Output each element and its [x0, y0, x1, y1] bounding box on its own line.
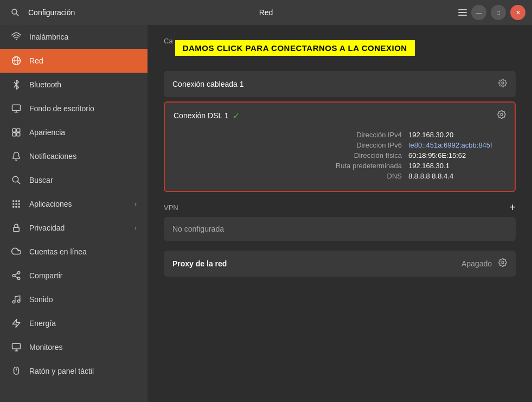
sidebar-item-apariencia[interactable]: Apariencia — [0, 120, 148, 144]
minimize-button[interactable]: — — [471, 5, 486, 20]
sidebar-item-raton[interactable]: Ratón y panel táctil — [0, 359, 148, 383]
titlebar: Configuración Red — □ ✕ — [0, 0, 532, 25]
sidebar-item-compartir[interactable]: Compartir — [0, 264, 148, 288]
svg-rect-24 — [12, 206, 14, 208]
svg-rect-3 — [458, 12, 467, 13]
dsl-header[interactable]: Conexión DSL 1 ✓ — [165, 103, 515, 129]
svg-rect-15 — [17, 133, 20, 136]
share-icon — [11, 270, 22, 281]
wired-connection-item[interactable]: Conexión cableada 1 — [164, 71, 516, 97]
wifi-icon — [11, 31, 22, 42]
svg-point-30 — [17, 277, 20, 280]
proxy-label: Proxy de la red — [172, 259, 462, 268]
lock-icon — [11, 222, 22, 233]
sidebar-item-buscar[interactable]: Buscar — [0, 168, 148, 192]
ipv4-value: 192.168.30.20 — [408, 131, 506, 139]
svg-rect-13 — [17, 129, 20, 132]
svg-point-34 — [17, 300, 20, 303]
connected-check-icon: ✓ — [233, 111, 240, 121]
vpn-add-button[interactable]: + — [509, 202, 516, 213]
apps-icon — [11, 199, 22, 209]
menu-button[interactable] — [454, 4, 471, 21]
dsl-row-ipv4: Dirección IPv4 192.168.30.20 — [174, 131, 506, 139]
sidebar-label-inalambrica: Inalámbrica — [29, 33, 137, 41]
svg-rect-14 — [12, 133, 16, 136]
sidebar-label-aplicaciones: Aplicaciones — [29, 200, 127, 208]
svg-rect-26 — [18, 206, 20, 208]
svg-rect-23 — [18, 203, 20, 205]
ipv4-label: Dirección IPv4 — [315, 131, 402, 139]
svg-rect-20 — [18, 200, 20, 202]
annotation-banner: DAMOS CLICK PARA CONECTARNOS A LA CONEXI… — [175, 40, 415, 56]
sidebar-item-red[interactable]: Red — [0, 49, 148, 73]
app-name: Configuración — [24, 8, 454, 17]
sidebar-item-aplicaciones[interactable]: Aplicaciones › — [0, 192, 148, 216]
svg-point-41 — [501, 113, 503, 116]
vpn-label: VPN — [164, 203, 509, 212]
vpn-header: VPN + — [164, 202, 516, 213]
monitor-icon — [11, 103, 22, 114]
svg-point-29 — [12, 275, 15, 277]
sidebar-label-fondo: Fondo de escritorio — [29, 104, 137, 113]
main-layout: Inalámbrica Red Bluetooth — [0, 25, 532, 402]
svg-rect-21 — [12, 203, 14, 205]
ipv6-value: fe80::451a:6992:acbb:845f — [408, 141, 506, 149]
sidebar-item-inalambrica[interactable]: Inalámbrica — [0, 25, 148, 49]
svg-rect-22 — [16, 203, 17, 205]
proxy-section: Proxy de la red Apagado — [164, 251, 516, 277]
sidebar-item-privacidad[interactable]: Privacidad › — [0, 216, 148, 240]
svg-point-5 — [16, 39, 17, 40]
svg-line-17 — [18, 182, 20, 184]
svg-line-31 — [15, 276, 17, 278]
proxy-item[interactable]: Proxy de la red Apagado — [164, 251, 516, 277]
sidebar-item-notificaciones[interactable]: Notificaciones — [0, 144, 148, 168]
close-button[interactable]: ✕ — [510, 5, 525, 20]
chevron-right-icon: › — [134, 200, 137, 208]
sidebar-item-energia[interactable]: Energía — [0, 311, 148, 335]
mac-value: 60:18:95:6E:15:62 — [408, 151, 506, 159]
sidebar-label-compartir: Compartir — [29, 271, 137, 280]
dsl-connection-box[interactable]: Conexión DSL 1 ✓ Dirección IPv4 192.168.… — [164, 101, 516, 192]
search-button[interactable] — [7, 4, 24, 21]
sidebar-item-monitores[interactable]: Monitores — [0, 335, 148, 359]
music-icon — [11, 294, 22, 305]
svg-rect-18 — [12, 200, 14, 202]
energy-icon — [11, 318, 22, 329]
content-area: Ca DAMOS CLICK PARA CONECTARNOS A LA CON… — [148, 25, 532, 402]
monitors-icon — [11, 342, 22, 353]
svg-rect-35 — [12, 343, 21, 349]
svg-rect-4 — [458, 15, 467, 16]
proxy-gear-icon[interactable] — [498, 258, 507, 269]
dns-label: DNS — [315, 172, 402, 180]
sidebar-label-sonido: Sonido — [29, 295, 137, 304]
bell-icon — [11, 151, 22, 162]
sidebar-label-cuentas: Cuentas en línea — [29, 247, 137, 256]
vpn-status-item: No configurada — [164, 217, 516, 241]
svg-rect-27 — [14, 227, 20, 232]
sidebar-label-red: Red — [29, 56, 137, 65]
window-controls: — □ ✕ — [471, 5, 525, 20]
dsl-row-gateway: Ruta predeterminada 192.168.30.1 — [174, 162, 506, 170]
dsl-gear-icon[interactable] — [497, 110, 506, 121]
sidebar-item-bluetooth[interactable]: Bluetooth — [0, 73, 148, 97]
svg-point-33 — [12, 301, 15, 303]
svg-point-40 — [502, 82, 504, 84]
svg-rect-12 — [12, 129, 16, 132]
wired-gear-icon[interactable] — [498, 79, 507, 90]
sidebar-label-raton: Ratón y panel táctil — [29, 367, 137, 375]
wired-connection-label: Conexión cableada 1 — [172, 80, 498, 88]
dns-value: 8.8.8.8 8.8.4.4 — [408, 172, 506, 180]
svg-line-1 — [17, 14, 19, 16]
cloud-icon — [11, 246, 22, 257]
sidebar-item-sonido[interactable]: Sonido — [0, 288, 148, 311]
dsl-details: Dirección IPv4 192.168.30.20 Dirección I… — [165, 129, 515, 191]
sidebar-label-notificaciones: Notificaciones — [29, 152, 137, 161]
svg-point-42 — [502, 261, 504, 264]
chevron-right-icon2: › — [134, 224, 137, 232]
maximize-button[interactable]: □ — [491, 5, 506, 20]
sidebar-label-privacidad: Privacidad — [29, 224, 127, 232]
sidebar-label-monitores: Monitores — [29, 343, 137, 352]
sidebar-item-cuentas[interactable]: Cuentas en línea — [0, 240, 148, 264]
svg-point-28 — [17, 272, 20, 275]
sidebar-item-fondo[interactable]: Fondo de escritorio — [0, 97, 148, 120]
